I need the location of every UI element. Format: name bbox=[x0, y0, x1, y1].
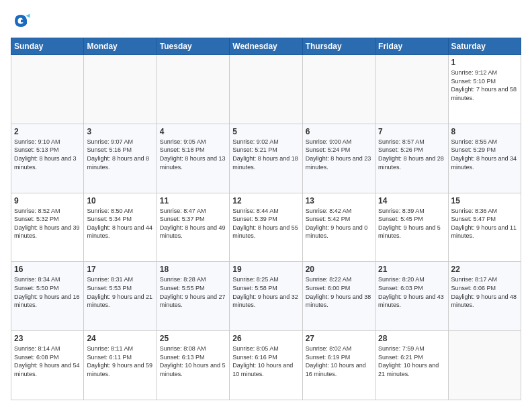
day-number: 7 bbox=[378, 127, 445, 136]
day-number: 25 bbox=[160, 334, 226, 343]
weekday-header: Sunday bbox=[11, 38, 84, 55]
day-number: 18 bbox=[160, 265, 226, 274]
day-info: Sunrise: 8:17 AM Sunset: 6:06 PM Dayligh… bbox=[451, 275, 518, 309]
calendar-cell: 19Sunrise: 8:25 AM Sunset: 5:58 PM Dayli… bbox=[230, 262, 302, 331]
weekday-header: Friday bbox=[375, 38, 448, 55]
day-info: Sunrise: 8:31 AM Sunset: 5:53 PM Dayligh… bbox=[87, 275, 153, 309]
calendar-cell: 16Sunrise: 8:34 AM Sunset: 5:50 PM Dayli… bbox=[11, 262, 84, 331]
calendar-cell: 4Sunrise: 9:05 AM Sunset: 5:18 PM Daylig… bbox=[157, 124, 229, 193]
day-number: 24 bbox=[87, 334, 153, 343]
calendar-cell bbox=[302, 55, 375, 124]
day-number: 27 bbox=[306, 334, 372, 343]
calendar-cell: 9Sunrise: 8:52 AM Sunset: 5:32 PM Daylig… bbox=[11, 193, 84, 262]
calendar-cell bbox=[448, 331, 521, 400]
calendar-cell: 12Sunrise: 8:44 AM Sunset: 5:39 PM Dayli… bbox=[230, 193, 302, 262]
day-info: Sunrise: 9:05 AM Sunset: 5:18 PM Dayligh… bbox=[160, 138, 226, 171]
day-info: Sunrise: 8:22 AM Sunset: 6:00 PM Dayligh… bbox=[306, 275, 372, 309]
day-number: 17 bbox=[87, 265, 153, 274]
day-info: Sunrise: 8:50 AM Sunset: 5:34 PM Dayligh… bbox=[87, 207, 153, 240]
calendar-week-row: 1Sunrise: 9:12 AM Sunset: 5:10 PM Daylig… bbox=[11, 55, 521, 124]
calendar-cell: 26Sunrise: 8:05 AM Sunset: 6:16 PM Dayli… bbox=[230, 331, 302, 400]
day-number: 21 bbox=[378, 265, 445, 274]
calendar-cell: 13Sunrise: 8:42 AM Sunset: 5:42 PM Dayli… bbox=[302, 193, 375, 262]
calendar-cell: 10Sunrise: 8:50 AM Sunset: 5:34 PM Dayli… bbox=[84, 193, 157, 262]
day-info: Sunrise: 8:28 AM Sunset: 5:55 PM Dayligh… bbox=[160, 275, 226, 309]
day-info: Sunrise: 8:52 AM Sunset: 5:32 PM Dayligh… bbox=[14, 207, 81, 240]
day-info: Sunrise: 8:42 AM Sunset: 5:42 PM Dayligh… bbox=[306, 207, 372, 240]
day-info: Sunrise: 8:34 AM Sunset: 5:50 PM Dayligh… bbox=[14, 275, 81, 309]
day-info: Sunrise: 8:02 AM Sunset: 6:19 PM Dayligh… bbox=[306, 345, 372, 378]
calendar-cell: 6Sunrise: 9:00 AM Sunset: 5:24 PM Daylig… bbox=[302, 124, 375, 193]
day-info: Sunrise: 9:00 AM Sunset: 5:24 PM Dayligh… bbox=[306, 138, 372, 171]
calendar-cell: 11Sunrise: 8:47 AM Sunset: 5:37 PM Dayli… bbox=[157, 193, 229, 262]
calendar-cell: 20Sunrise: 8:22 AM Sunset: 6:00 PM Dayli… bbox=[302, 262, 375, 331]
day-number: 23 bbox=[14, 334, 81, 343]
day-info: Sunrise: 8:39 AM Sunset: 5:45 PM Dayligh… bbox=[378, 207, 445, 240]
calendar-cell: 27Sunrise: 8:02 AM Sunset: 6:19 PM Dayli… bbox=[302, 331, 375, 400]
calendar-week-row: 16Sunrise: 8:34 AM Sunset: 5:50 PM Dayli… bbox=[11, 262, 521, 331]
calendar-cell bbox=[375, 55, 448, 124]
calendar-cell: 15Sunrise: 8:36 AM Sunset: 5:47 PM Dayli… bbox=[448, 193, 521, 262]
calendar-cell: 18Sunrise: 8:28 AM Sunset: 5:55 PM Dayli… bbox=[157, 262, 229, 331]
calendar-cell: 25Sunrise: 8:08 AM Sunset: 6:13 PM Dayli… bbox=[157, 331, 229, 400]
calendar-cell: 17Sunrise: 8:31 AM Sunset: 5:53 PM Dayli… bbox=[84, 262, 157, 331]
weekday-header: Thursday bbox=[302, 38, 375, 55]
day-number: 22 bbox=[451, 265, 518, 274]
day-number: 12 bbox=[232, 196, 299, 205]
day-info: Sunrise: 9:07 AM Sunset: 5:16 PM Dayligh… bbox=[87, 138, 153, 171]
day-number: 9 bbox=[14, 196, 81, 205]
logo bbox=[11, 11, 34, 31]
calendar-header-row: SundayMondayTuesdayWednesdayThursdayFrid… bbox=[11, 38, 521, 55]
day-info: Sunrise: 8:20 AM Sunset: 6:03 PM Dayligh… bbox=[378, 275, 445, 309]
day-number: 8 bbox=[451, 127, 518, 136]
calendar-cell: 7Sunrise: 8:57 AM Sunset: 5:26 PM Daylig… bbox=[375, 124, 448, 193]
day-info: Sunrise: 8:11 AM Sunset: 6:11 PM Dayligh… bbox=[87, 345, 153, 378]
day-number: 11 bbox=[160, 196, 226, 205]
calendar-cell: 14Sunrise: 8:39 AM Sunset: 5:45 PM Dayli… bbox=[375, 193, 448, 262]
day-number: 20 bbox=[306, 265, 372, 274]
weekday-header: Wednesday bbox=[230, 38, 302, 55]
calendar-cell: 1Sunrise: 9:12 AM Sunset: 5:10 PM Daylig… bbox=[448, 55, 521, 124]
calendar-cell: 3Sunrise: 9:07 AM Sunset: 5:16 PM Daylig… bbox=[84, 124, 157, 193]
day-info: Sunrise: 8:36 AM Sunset: 5:47 PM Dayligh… bbox=[451, 207, 518, 240]
day-number: 5 bbox=[232, 127, 299, 136]
logo-icon bbox=[11, 11, 31, 31]
calendar-cell: 21Sunrise: 8:20 AM Sunset: 6:03 PM Dayli… bbox=[375, 262, 448, 331]
day-number: 10 bbox=[87, 196, 153, 205]
day-info: Sunrise: 9:12 AM Sunset: 5:10 PM Dayligh… bbox=[451, 68, 518, 102]
page: SundayMondayTuesdayWednesdayThursdayFrid… bbox=[0, 0, 532, 411]
calendar-cell: 23Sunrise: 8:14 AM Sunset: 6:08 PM Dayli… bbox=[11, 331, 84, 400]
calendar-cell bbox=[157, 55, 229, 124]
day-number: 26 bbox=[232, 334, 299, 343]
weekday-header: Monday bbox=[84, 38, 157, 55]
day-info: Sunrise: 8:05 AM Sunset: 6:16 PM Dayligh… bbox=[232, 345, 299, 378]
day-info: Sunrise: 9:02 AM Sunset: 5:21 PM Dayligh… bbox=[232, 138, 299, 171]
day-info: Sunrise: 8:55 AM Sunset: 5:29 PM Dayligh… bbox=[451, 138, 518, 171]
calendar-week-row: 23Sunrise: 8:14 AM Sunset: 6:08 PM Dayli… bbox=[11, 331, 521, 400]
calendar-table: SundayMondayTuesdayWednesdayThursdayFrid… bbox=[11, 38, 521, 400]
calendar-week-row: 2Sunrise: 9:10 AM Sunset: 5:13 PM Daylig… bbox=[11, 124, 521, 193]
day-number: 13 bbox=[306, 196, 372, 205]
day-number: 4 bbox=[160, 127, 226, 136]
day-info: Sunrise: 9:10 AM Sunset: 5:13 PM Dayligh… bbox=[14, 138, 81, 171]
calendar-week-row: 9Sunrise: 8:52 AM Sunset: 5:32 PM Daylig… bbox=[11, 193, 521, 262]
calendar-cell: 8Sunrise: 8:55 AM Sunset: 5:29 PM Daylig… bbox=[448, 124, 521, 193]
calendar-cell bbox=[84, 55, 157, 124]
weekday-header: Tuesday bbox=[157, 38, 229, 55]
day-number: 1 bbox=[451, 58, 518, 67]
day-info: Sunrise: 8:57 AM Sunset: 5:26 PM Dayligh… bbox=[378, 138, 445, 171]
day-number: 3 bbox=[87, 127, 153, 136]
day-info: Sunrise: 8:25 AM Sunset: 5:58 PM Dayligh… bbox=[232, 275, 299, 309]
day-info: Sunrise: 8:14 AM Sunset: 6:08 PM Dayligh… bbox=[14, 345, 81, 378]
calendar-cell: 28Sunrise: 7:59 AM Sunset: 6:21 PM Dayli… bbox=[375, 331, 448, 400]
day-info: Sunrise: 7:59 AM Sunset: 6:21 PM Dayligh… bbox=[378, 345, 445, 378]
calendar-cell: 5Sunrise: 9:02 AM Sunset: 5:21 PM Daylig… bbox=[230, 124, 302, 193]
calendar-cell: 22Sunrise: 8:17 AM Sunset: 6:06 PM Dayli… bbox=[448, 262, 521, 331]
calendar-cell: 2Sunrise: 9:10 AM Sunset: 5:13 PM Daylig… bbox=[11, 124, 84, 193]
header bbox=[11, 11, 521, 31]
day-number: 2 bbox=[14, 127, 81, 136]
calendar-cell bbox=[230, 55, 302, 124]
day-number: 19 bbox=[232, 265, 299, 274]
calendar-cell: 24Sunrise: 8:11 AM Sunset: 6:11 PM Dayli… bbox=[84, 331, 157, 400]
day-number: 28 bbox=[378, 334, 445, 343]
